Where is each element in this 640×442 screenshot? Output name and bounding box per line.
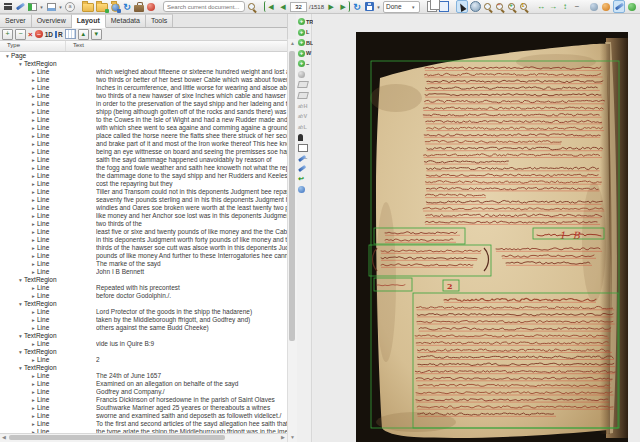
zoom-out-icon[interactable]: − — [495, 1, 505, 12]
expand-arrow[interactable]: ▸ — [30, 132, 37, 140]
column-header-type[interactable]: Type — [0, 41, 66, 51]
expand-arrow[interactable]: ▸ — [30, 404, 37, 412]
expand-arrow[interactable]: ▸ — [30, 372, 37, 380]
tree-row[interactable]: ▸LineFrancis Dickinson of horsedowne in … — [0, 396, 287, 404]
fit-width-icon[interactable]: ↔ — [536, 1, 546, 12]
expand-arrow[interactable]: ▸ — [30, 220, 37, 228]
fit-height-icon[interactable]: ↕ — [560, 1, 570, 12]
expand-arrow[interactable]: ▸ — [30, 356, 37, 364]
tree-row[interactable]: ▸Lineand brake part of it and most of th… — [0, 140, 287, 148]
eye-icon[interactable] — [470, 1, 481, 12]
expand-arrow[interactable]: ▸ — [30, 340, 37, 348]
expand-arrow[interactable]: ▸ — [30, 244, 37, 252]
edit-shape-tool[interactable]: − — [298, 154, 308, 163]
expand-arrow[interactable]: ▸ — [30, 84, 37, 92]
expand-arrow[interactable]: ▸ — [30, 396, 37, 404]
loupe-icon[interactable] — [483, 1, 493, 12]
tree-row[interactable]: ▸Linevide ius in Quire B:9 — [0, 340, 287, 348]
collapse-arrow[interactable]: ▾ — [17, 300, 24, 308]
last-page-button[interactable]: ▶ — [338, 1, 350, 12]
tree-row[interactable]: ▸Lineseaventy five pounds sterling and i… — [0, 196, 287, 204]
arrow-right-icon[interactable]: → — [548, 1, 558, 12]
scroll-down-arrow[interactable]: ▼ — [288, 433, 297, 442]
expand-arrow[interactable]: ▸ — [30, 100, 37, 108]
tree-row[interactable]: ▸LineJohn I B Bennett — [0, 268, 287, 276]
help-tool[interactable] — [298, 185, 305, 194]
expand-all-icon[interactable]: + — [2, 29, 13, 40]
split-horizontal-tool[interactable]: abH — [298, 101, 308, 110]
tree-row[interactable]: ▸Linein this deponents Judgment worth fo… — [0, 236, 287, 244]
tree-row[interactable]: ▸LineThe 24th of June 1657 — [0, 372, 287, 380]
split-shape-tool[interactable] — [298, 80, 308, 89]
tree-row[interactable]: ▸Linewhich weighed about fifteene or six… — [0, 68, 287, 76]
document-image[interactable]: 1 B2 — [356, 32, 628, 442]
expand-arrow[interactable]: ▸ — [30, 188, 37, 196]
expand-arrow[interactable]: ▸ — [30, 228, 37, 236]
tree-row[interactable]: ▸Linewindles and Oares soe broken were w… — [0, 204, 287, 212]
tree-row[interactable]: ▸LineThe marke of the sayd — [0, 260, 287, 268]
tree-row[interactable]: ▾TextRegion — [0, 332, 287, 340]
tree-row[interactable]: ▾TextRegion — [0, 348, 287, 356]
search-icon[interactable] — [247, 1, 257, 12]
assign-child-tool[interactable] — [298, 133, 303, 142]
tree-row[interactable]: ▸LineExamined on an allegation on behalf… — [0, 380, 287, 388]
add-textregion-tool[interactable]: +TR — [298, 17, 313, 26]
split-vertical-tool[interactable]: abV — [298, 112, 307, 121]
tree-row[interactable]: ▸Linebeing an eye wittnesse on board and… — [0, 148, 287, 156]
expand-arrow[interactable]: ▸ — [30, 204, 37, 212]
briefcase-icon[interactable] — [134, 1, 144, 12]
tree-row[interactable]: ▸LineInches in cercumference, and little… — [0, 84, 287, 92]
delete-item-icon[interactable]: × — [28, 30, 33, 39]
copy-page-icon[interactable] — [427, 1, 437, 12]
tree-row[interactable]: ▸LineTo the first and second articles of… — [0, 420, 287, 428]
expand-arrow[interactable]: ▸ — [30, 260, 37, 268]
reading-order-icon[interactable]: R — [55, 31, 63, 38]
image-canvas[interactable]: 1 B2 — [313, 14, 640, 442]
tree-row[interactable]: ▸LineLord Protector of the goods in the … — [0, 308, 287, 316]
expand-arrow[interactable]: ▸ — [30, 380, 37, 388]
tree-row[interactable]: ▸Linethirds of the hawser soe cutt was a… — [0, 244, 287, 252]
horizontal-scrollbar[interactable]: ◀ ▶ — [0, 433, 287, 442]
expand-arrow[interactable]: ▸ — [30, 412, 37, 420]
tree-row[interactable]: ▸Linesworne and examined saith and depos… — [0, 412, 287, 420]
add-point-tool[interactable] — [298, 164, 306, 173]
tree-row[interactable]: ▸LineSouthwarke Mariner aged 25 yeares o… — [0, 404, 287, 412]
first-page-button[interactable]: ◀ — [264, 1, 276, 12]
split-line-tool[interactable]: abL — [298, 122, 307, 131]
add-line-tool[interactable]: +L — [298, 28, 309, 37]
status-ball-icon[interactable] — [627, 1, 637, 12]
sync-icon[interactable]: ↻ — [122, 1, 132, 12]
expand-arrow[interactable]: ▸ — [30, 148, 37, 156]
expand-arrow[interactable]: ▸ — [30, 140, 37, 148]
expand-arrow[interactable]: ▸ — [30, 68, 37, 76]
add-word-tool[interactable]: +W — [298, 49, 311, 58]
warning-ball-icon[interactable] — [601, 1, 611, 12]
expand-arrow[interactable]: ▸ — [30, 180, 37, 188]
menu-icon[interactable] — [3, 1, 13, 12]
view-panel-icon[interactable] — [46, 1, 56, 12]
expand-arrow[interactable]: ▸ — [30, 116, 37, 124]
tree-row[interactable]: ▾TextRegion — [0, 276, 287, 284]
tree-row[interactable]: ▾TextRegion — [0, 60, 287, 68]
expand-arrow[interactable]: ▸ — [30, 388, 37, 396]
collapse-arrow[interactable]: ▾ — [17, 60, 24, 68]
table-markup-icon[interactable] — [65, 29, 76, 39]
tree-row[interactable]: ▸Line2 — [0, 356, 287, 364]
scroll-right-arrow[interactable]: ▶ — [279, 434, 287, 441]
expand-arrow[interactable]: ▸ — [30, 292, 37, 300]
tree-row[interactable]: ▸Linetwo thirds of the — [0, 220, 287, 228]
undo-tool[interactable]: ↩ — [298, 175, 304, 184]
expand-arrow[interactable]: ▸ — [30, 252, 37, 260]
tree-row[interactable]: ▸Lineshipp (being although gotten off of… — [0, 108, 287, 116]
vertical-scrollbar[interactable]: ▲ ▼ — [287, 39, 297, 442]
remove-item-icon[interactable]: − — [35, 30, 43, 38]
horizontal-scrollbar-thumb[interactable] — [9, 435, 225, 440]
expand-arrow[interactable]: ▸ — [30, 212, 37, 220]
expand-arrow[interactable]: ▸ — [30, 308, 37, 316]
annotation-icon[interactable]: a — [65, 1, 75, 12]
remove-shape-tool[interactable] — [298, 70, 305, 79]
tree-row[interactable]: ▸Linetaken by the Middleborough ffrigott… — [0, 316, 287, 324]
previous-page-button[interactable]: ◀ — [278, 1, 288, 12]
tree-row[interactable]: ▾Page — [0, 52, 287, 60]
layout-panel-icon[interactable] — [27, 1, 37, 12]
